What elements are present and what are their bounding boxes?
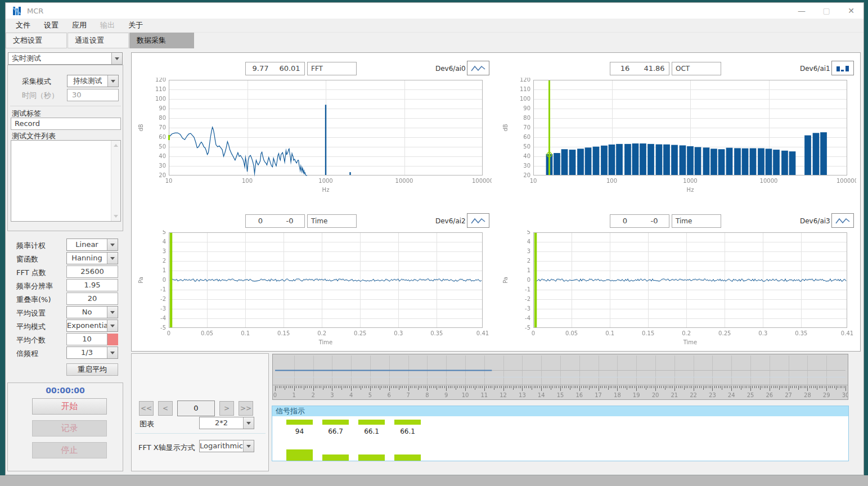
param-label: 重叠率(%)	[16, 295, 51, 305]
chevron-down-icon[interactable]	[107, 307, 118, 318]
param-input[interactable]: 20	[66, 292, 118, 305]
nav-first-button[interactable]: <<	[139, 401, 154, 416]
chart-cell-time-ai3: 0 -0 Time Dev6/ai3	[496, 205, 861, 352]
chevron-down-icon[interactable]	[107, 75, 118, 87]
chevron-down-icon[interactable]	[243, 440, 254, 452]
chevron-down-icon[interactable]	[107, 320, 118, 331]
duration-input[interactable]: 30	[67, 89, 119, 101]
fft-chart[interactable]	[134, 78, 492, 198]
cursor-x-value: 16	[610, 62, 640, 75]
chart-type-input[interactable]: Time	[672, 214, 721, 228]
nav-prev-button[interactable]: <	[158, 401, 173, 416]
chevron-down-icon[interactable]	[107, 239, 118, 250]
signal-meter-1: 94	[286, 420, 313, 461]
chart-type-input[interactable]: OCT	[672, 62, 721, 75]
tab-channel-settings[interactable]: 通道设置	[68, 33, 129, 48]
nav-next-button[interactable]: >	[219, 401, 234, 416]
oct-chart[interactable]	[498, 78, 856, 198]
channel-label: Dev6/ai0	[435, 65, 466, 73]
scroll-down-icon[interactable]	[111, 212, 120, 221]
minimize-button[interactable]: —	[789, 3, 814, 19]
param-input[interactable]: 10	[66, 333, 107, 345]
duration-label: 时间（秒）	[22, 91, 59, 101]
maximize-button[interactable]: ▢	[814, 3, 839, 19]
test-mode-value: 实时测试	[8, 53, 111, 64]
param-value: 1/3	[67, 347, 107, 358]
cursor-y-value: -0	[640, 215, 669, 227]
tab-bar: 文档设置 通道设置 数据采集	[6, 33, 863, 48]
chart-cell-oct: 16 41.86 OCT Dev6/ai1	[496, 53, 861, 199]
param-input[interactable]: 1.95	[66, 279, 118, 291]
fft-xaxis-value: Logarithmic	[200, 440, 243, 452]
param-value: No	[67, 307, 107, 318]
test-label-input[interactable]: Record	[11, 118, 121, 130]
listbox-scrollbar[interactable]	[111, 141, 120, 221]
level-bar	[286, 449, 313, 461]
chevron-down-icon[interactable]	[111, 53, 122, 64]
bar-chart-icon[interactable]	[831, 61, 854, 75]
scroll-up-icon[interactable]	[111, 141, 120, 150]
time-chart-ai3[interactable]	[498, 230, 856, 350]
line-chart-icon[interactable]	[467, 61, 489, 75]
menu-file[interactable]: 文件	[9, 20, 37, 30]
level-bar	[322, 454, 349, 461]
param-row-7: 平均个数10	[7, 333, 123, 346]
restart-average-button[interactable]: 重启平均	[66, 363, 118, 376]
page-number-box[interactable]: 0	[177, 400, 215, 416]
param-row-0: 频率计权Linear	[7, 238, 123, 252]
chart-layout-select[interactable]: 2*2	[199, 417, 254, 429]
chevron-down-icon[interactable]	[243, 417, 254, 429]
param-label: 窗函数	[16, 254, 38, 264]
signal-value: 94	[286, 428, 313, 435]
param-select[interactable]: Hanning	[66, 252, 118, 264]
timeline-ruler[interactable]	[273, 354, 848, 399]
chart-type-input[interactable]: Time	[307, 214, 357, 228]
bottom-gray-strip	[0, 475, 868, 486]
menu-apply[interactable]: 应用	[65, 20, 93, 30]
acquisition-group: 采集模式 持续测试 时间（秒） 30 测试标签 Record 测试文件列表	[7, 65, 123, 231]
chevron-down-icon[interactable]	[107, 253, 118, 264]
param-row-1: 窗函数Hanning	[7, 252, 123, 266]
divider	[135, 433, 266, 434]
desktop: MCR — ▢ ✕ 文件 设置 应用 输出 关于 文档设置 通道设置 数据采集 …	[0, 0, 868, 486]
param-select[interactable]: Linear	[66, 238, 118, 251]
chart-type-input[interactable]: FFT	[307, 62, 357, 75]
test-file-listbox[interactable]	[11, 140, 121, 222]
tab-document-settings[interactable]: 文档设置	[6, 33, 67, 48]
param-select[interactable]: No	[66, 306, 118, 318]
nav-last-button[interactable]: >>	[239, 401, 253, 416]
channel-label: Dev6/ai2	[435, 217, 466, 225]
param-label: 平均个数	[16, 335, 46, 345]
level-bar	[358, 454, 385, 461]
param-row-5: 平均设置No	[7, 306, 123, 320]
menu-about[interactable]: 关于	[122, 20, 150, 30]
line-chart-icon[interactable]	[467, 213, 489, 228]
cursor-y-value: 41.86	[640, 62, 669, 75]
close-button[interactable]: ✕	[839, 3, 863, 19]
cursor-y-value: -0	[275, 215, 304, 227]
divider	[10, 106, 121, 106]
acq-mode-select[interactable]: 持续测试	[67, 75, 119, 87]
cursor-readout: 0 -0	[610, 214, 669, 228]
menu-bar: 文件 设置 应用 输出 关于	[6, 19, 863, 33]
param-select[interactable]: Exponential	[66, 320, 118, 332]
param-input[interactable]: 25600	[66, 266, 118, 278]
signal-meter-4: 66.1	[394, 420, 421, 461]
channel-label: Dev6/ai1	[800, 65, 830, 73]
channel-label: Dev6/ai3	[800, 217, 830, 225]
start-button[interactable]: 开始	[32, 398, 107, 415]
level-bar	[394, 454, 421, 461]
fft-xaxis-select[interactable]: Logarithmic	[199, 440, 254, 452]
tab-data-acquisition[interactable]: 数据采集	[129, 33, 194, 48]
chevron-down-icon[interactable]	[107, 347, 118, 358]
test-mode-select[interactable]: 实时测试	[8, 52, 123, 65]
param-row-4: 重叠率(%)20	[7, 292, 123, 306]
param-select[interactable]: 1/3	[66, 346, 118, 359]
title-bar: MCR — ▢ ✕	[6, 3, 863, 19]
time-chart-ai2[interactable]	[134, 230, 492, 350]
param-row-2: FFT 点数25600	[7, 266, 123, 279]
chart-layout-value: 2*2	[200, 417, 243, 429]
signal-meter-2: 66.7	[322, 420, 349, 461]
menu-settings[interactable]: 设置	[37, 20, 65, 30]
line-chart-icon[interactable]	[831, 213, 854, 228]
